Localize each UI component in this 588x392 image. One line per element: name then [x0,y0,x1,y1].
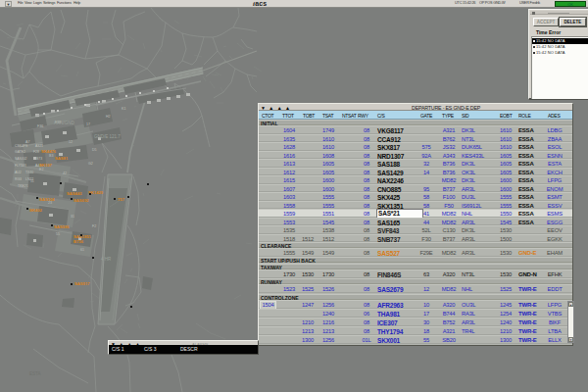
svg-text:55: 55 [56,232,60,236]
svg-text:61: 61 [80,248,84,252]
svg-text:G2: G2 [88,162,93,166]
svg-text:SAS917: SAS917 [74,281,90,286]
svg-text:CSK4PS: CSK4PS [15,144,28,148]
svg-text:ESTA: ESTA [29,371,40,376]
svg-text:B3: B3 [49,154,53,158]
svg-text:SAS692: SAS692 [74,198,89,203]
svg-text:SK107: SK107 [39,163,52,168]
svg-text:31: 31 [71,215,74,219]
svg-text:FLY503: FLY503 [15,164,26,168]
svg-text:K1: K1 [122,107,125,111]
svg-text:SAS402: SAS402 [15,157,27,161]
svg-text:SAS81: SAS81 [55,156,69,161]
svg-text:TRE21: TRE21 [18,184,28,188]
svg-text:SK402: SK402 [29,208,42,213]
svg-text:E2: E2 [39,168,43,172]
svg-text:GATE2: GATE2 [15,150,25,154]
svg-text:B73: B73 [36,157,42,161]
svg-text:4 HR: 4 HR [101,257,112,262]
svg-text:B736: B736 [74,239,84,244]
svg-text:757: 757 [118,197,125,202]
svg-text:H2: H2 [106,115,111,119]
svg-text:ARN/GND: ARN/GND [54,121,75,125]
svg-text:LN22: LN22 [25,177,33,181]
svg-text:SAS443: SAS443 [67,191,82,196]
svg-text:42: 42 [63,172,67,175]
svg-text:D5: D5 [92,148,97,152]
svg-text:TX40: TX40 [25,171,33,174]
svg-text:GND/E 121.7: GND/E 121.7 [94,134,121,139]
svg-text:SK4476: SK4476 [41,149,57,154]
svg-text:SAS104: SAS104 [39,197,55,202]
svg-text:A321: A321 [35,144,43,148]
svg-text:RG3: RG3 [15,177,22,181]
svg-text:12: 12 [69,140,73,144]
svg-text:F2: F2 [92,224,96,228]
svg-text:AU2: AU2 [15,171,22,174]
svg-text:17: 17 [86,122,90,126]
svg-text:F28: F28 [33,150,39,154]
svg-text:F36: F36 [37,124,43,128]
svg-text:SAS586: SAS586 [54,224,70,229]
